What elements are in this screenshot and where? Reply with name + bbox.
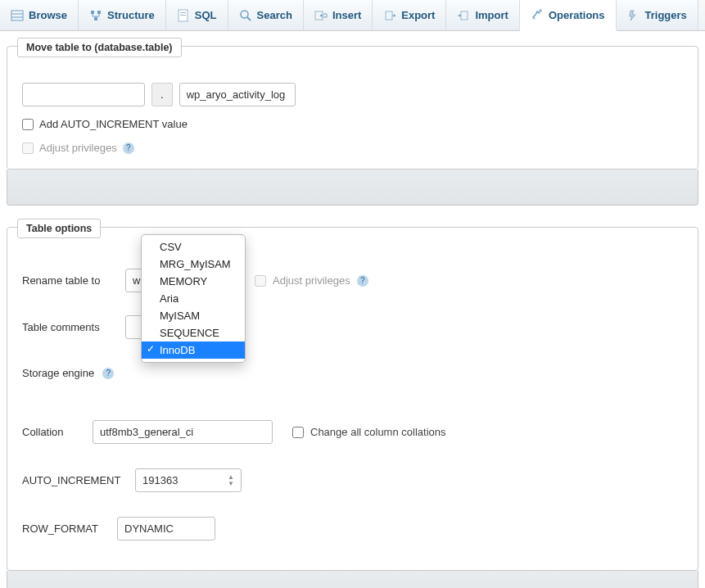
search-icon xyxy=(239,9,252,22)
triggers-icon xyxy=(627,9,640,22)
structure-icon xyxy=(89,9,102,22)
tab-label: Triggers xyxy=(645,9,687,21)
browse-icon xyxy=(11,9,24,22)
tab-structure[interactable]: Structure xyxy=(79,0,166,30)
table-options-footer xyxy=(7,571,698,588)
engine-option-memory[interactable]: MEMORY xyxy=(142,273,245,290)
operations-icon xyxy=(531,8,544,21)
rename-label: Rename table to xyxy=(22,274,119,287)
move-table-footer xyxy=(7,170,698,206)
insert-icon xyxy=(314,9,328,22)
tab-triggers[interactable]: Triggers xyxy=(617,0,698,30)
move-table-legend: Move table to (database.table) xyxy=(17,38,182,57)
svg-point-17 xyxy=(539,9,542,12)
svg-rect-8 xyxy=(180,15,186,16)
engine-option-aria[interactable]: Aria xyxy=(142,290,245,307)
change-all-collations-checkbox[interactable] xyxy=(292,427,304,438)
sql-icon xyxy=(177,9,190,22)
engine-option-sequence[interactable]: SEQUENCE xyxy=(142,324,245,341)
tab-label: Insert xyxy=(332,9,361,21)
comments-label: Table comments xyxy=(22,321,119,333)
autoincrement-label: AUTO_INCREMENT xyxy=(22,474,129,486)
engine-option-myisam[interactable]: MyISAM xyxy=(142,307,245,324)
engine-option-innodb[interactable]: InnoDB xyxy=(142,341,245,359)
move-table-fieldset: Move table to (database.table) . Add AUT… xyxy=(7,46,698,170)
svg-marker-12 xyxy=(320,14,322,17)
storage-engine-dropdown[interactable]: CSV MRG_MyISAM MEMORY Aria MyISAM SEQUEN… xyxy=(141,234,246,363)
engine-option-mrg[interactable]: MRG_MyISAM xyxy=(142,256,245,273)
import-icon xyxy=(457,9,470,22)
svg-rect-15 xyxy=(461,11,468,20)
engine-option-csv[interactable]: CSV xyxy=(142,238,245,256)
move-table-input[interactable] xyxy=(179,83,296,106)
add-autoincrement-checkbox[interactable] xyxy=(22,119,34,130)
svg-line-10 xyxy=(247,17,251,20)
top-tabs: Browse Structure SQL Search Insert Expor… xyxy=(0,0,705,31)
collation-input[interactable] xyxy=(93,420,273,444)
help-icon[interactable]: ? xyxy=(357,275,368,287)
autoincrement-input[interactable] xyxy=(135,468,242,492)
tab-label: Export xyxy=(401,9,435,21)
svg-rect-0 xyxy=(11,11,23,20)
svg-rect-4 xyxy=(97,11,101,14)
svg-rect-3 xyxy=(91,11,94,14)
move-db-input[interactable] xyxy=(22,83,145,106)
rename-adjust-priv-checkbox xyxy=(255,275,266,287)
adjust-privileges-label: Adjust privileges xyxy=(39,142,117,154)
tab-label: Operations xyxy=(549,9,605,21)
tab-operations[interactable]: Operations xyxy=(520,0,617,31)
table-options-fieldset: Table options CSV MRG_MyISAM MEMORY Aria… xyxy=(7,227,698,571)
collation-label: Collation xyxy=(22,426,86,438)
tab-insert[interactable]: Insert xyxy=(304,0,373,30)
export-icon xyxy=(383,9,396,22)
adjust-privileges-checkbox xyxy=(22,142,34,154)
table-options-legend: Table options xyxy=(17,219,101,238)
svg-point-9 xyxy=(241,11,248,18)
tab-browse[interactable]: Browse xyxy=(0,0,79,30)
svg-rect-5 xyxy=(94,17,97,20)
help-icon[interactable]: ? xyxy=(123,142,134,154)
add-autoincrement-label: Add AUTO_INCREMENT value xyxy=(39,118,188,130)
tab-label: Structure xyxy=(107,9,155,21)
tab-search[interactable]: Search xyxy=(228,0,304,30)
engine-label: Storage engine xyxy=(22,367,94,379)
rename-adjust-priv-label: Adjust privileges xyxy=(273,274,350,287)
tab-label: Search xyxy=(257,9,292,21)
rowformat-input[interactable] xyxy=(117,517,215,541)
dot-separator: . xyxy=(151,83,173,106)
tab-export[interactable]: Export xyxy=(373,0,446,30)
tab-import[interactable]: Import xyxy=(446,0,519,30)
tab-label: Browse xyxy=(29,9,67,21)
stepper-icon[interactable]: ▲▼ xyxy=(228,471,239,490)
tab-label: SQL xyxy=(195,9,217,21)
svg-marker-14 xyxy=(394,14,395,17)
help-icon[interactable]: ? xyxy=(102,368,114,379)
tab-sql[interactable]: SQL xyxy=(166,0,228,30)
rowformat-label: ROW_FORMAT xyxy=(22,522,111,535)
svg-rect-13 xyxy=(386,11,392,20)
change-all-collations-label: Change all column collations xyxy=(310,426,445,438)
tab-label: Import xyxy=(475,9,508,21)
svg-rect-7 xyxy=(180,12,186,13)
